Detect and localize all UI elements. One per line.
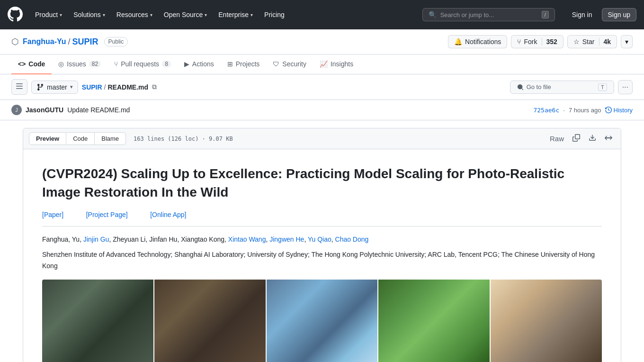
- copy-path-button[interactable]: ⧉: [152, 83, 157, 91]
- expand-button[interactable]: [602, 132, 615, 145]
- tab-projects-label: Projects: [236, 60, 260, 68]
- branch-chevron: ▾: [70, 84, 73, 90]
- repo-name-link[interactable]: SUPIR: [72, 37, 98, 47]
- tab-actions[interactable]: ▶ Actions: [178, 54, 221, 74]
- file-viewer-header: Preview Code Blame 163 lines (126 loc) ·…: [23, 128, 621, 149]
- issues-badge: 82: [89, 61, 101, 67]
- github-logo[interactable]: [8, 7, 23, 23]
- commit-message: Update README.md: [67, 106, 130, 114]
- security-icon: 🛡: [273, 60, 279, 68]
- goto-placeholder: Go to file: [527, 83, 551, 90]
- nav-pricing-label: Pricing: [264, 11, 285, 18]
- header: Product ▾ Solutions ▾ Resources ▾ Open S…: [0, 0, 644, 29]
- repo-header: ⬡ Fanghua-Yu / SUPIR Public 🔔 Notificati…: [0, 29, 644, 54]
- issue-icon: ◎: [58, 60, 64, 68]
- nav-pricing[interactable]: Pricing: [259, 7, 289, 22]
- fork-button[interactable]: ⑂ Fork 352: [511, 35, 563, 48]
- file-path-repo[interactable]: SUPIR: [82, 83, 102, 91]
- signup-button[interactable]: Sign up: [602, 8, 636, 21]
- fork-label: Fork: [524, 38, 537, 45]
- file-nav: master ▾ SUPIR / README.md ⧉ Go to file …: [0, 74, 644, 100]
- nav-enterprise-label: Enterprise: [218, 11, 249, 18]
- author-jinjin-link[interactable]: Jinjin Gu: [83, 235, 109, 243]
- file-viewer: Preview Code Blame 163 lines (126 loc) ·…: [23, 128, 621, 362]
- star-button[interactable]: ☆ Star 4k: [567, 35, 617, 48]
- pr-icon: ⑂: [114, 60, 118, 68]
- nav-product[interactable]: Product ▾: [30, 7, 67, 22]
- raw-button[interactable]: Raw: [547, 133, 567, 145]
- nav-opensource[interactable]: Open Source ▾: [159, 7, 212, 22]
- project-page-link[interactable]: [Project Page]: [86, 211, 128, 218]
- author-xintao-link[interactable]: Xintao Wang: [228, 235, 266, 243]
- commit-hash[interactable]: 725ae6c: [533, 107, 559, 114]
- commit-bar: J JasonGUTU Update README.md 725ae6c · 7…: [0, 100, 644, 120]
- file-nav-actions: Go to file T ···: [510, 80, 633, 94]
- author-yuqiao-link[interactable]: Yu Qiao: [308, 235, 331, 243]
- author-jingwen-link[interactable]: Jingwen He: [269, 235, 304, 243]
- readme-links: [Paper] [Project Page] [Online App]: [42, 211, 602, 218]
- sidebar-toggle-button[interactable]: [11, 79, 27, 95]
- commit-author[interactable]: JasonGUTU: [26, 106, 63, 114]
- tab-insights[interactable]: 📈 Insights: [313, 54, 360, 74]
- readme-images: [42, 280, 602, 362]
- projects-icon: ⊞: [227, 60, 233, 68]
- insights-icon: 📈: [320, 60, 328, 68]
- header-search: 🔍 Search or jump to... /: [422, 8, 555, 21]
- commit-avatar: J: [11, 105, 22, 115]
- tab-code[interactable]: <> Code: [11, 54, 52, 74]
- nav-resources[interactable]: Resources ▾: [112, 7, 157, 22]
- history-link[interactable]: History: [605, 107, 633, 114]
- header-auth: Sign in Sign up: [566, 8, 636, 21]
- download-button[interactable]: [586, 132, 599, 145]
- repo-owner-link[interactable]: Fanghua-Yu: [23, 37, 66, 46]
- nav-product-chevron: ▾: [60, 12, 62, 18]
- star-count: 4k: [599, 38, 611, 45]
- code-button[interactable]: Code: [66, 132, 95, 145]
- blame-button[interactable]: Blame: [95, 132, 126, 145]
- nav-solutions-label: Solutions: [73, 11, 101, 18]
- author-chao-link[interactable]: Chao Dong: [335, 235, 369, 243]
- paper-link[interactable]: [Paper]: [42, 211, 63, 218]
- notifications-label: Notifications: [465, 38, 501, 45]
- history-label: History: [614, 107, 633, 114]
- file-actions: Raw: [547, 132, 615, 145]
- repo-visibility-badge: Public: [104, 37, 128, 46]
- tab-security[interactable]: 🛡 Security: [266, 54, 313, 74]
- tab-pr-label: Pull requests: [121, 60, 159, 68]
- nav-enterprise-chevron: ▾: [250, 12, 253, 18]
- repo-actions: 🔔 Notifications ⑂ Fork 352 ☆ Star 4k ▾: [448, 35, 633, 48]
- image-cell-5: [491, 280, 602, 362]
- goto-file-input[interactable]: Go to file T: [510, 81, 614, 94]
- tab-pull-requests[interactable]: ⑂ Pull requests 8: [107, 54, 178, 74]
- notifications-button[interactable]: 🔔 Notifications: [448, 35, 507, 48]
- nav-solutions-chevron: ▾: [103, 12, 105, 18]
- tab-security-label: Security: [282, 60, 306, 68]
- repo-actions-more-button[interactable]: ▾: [621, 35, 633, 48]
- nav-opensource-label: Open Source: [164, 11, 203, 18]
- search-box[interactable]: 🔍 Search or jump to... /: [422, 8, 555, 21]
- nav-enterprise[interactable]: Enterprise ▾: [214, 7, 258, 22]
- signin-button[interactable]: Sign in: [566, 8, 598, 21]
- search-kbd: /: [542, 11, 549, 18]
- file-info: 163 lines (126 loc) · 9.07 KB: [134, 136, 233, 142]
- nav-product-label: Product: [35, 11, 58, 18]
- nav-resources-label: Resources: [116, 11, 148, 18]
- main-nav: Product ▾ Solutions ▾ Resources ▾ Open S…: [30, 7, 289, 22]
- image-cell-2: [154, 280, 266, 362]
- fork-icon: ⑂: [517, 38, 521, 45]
- repo-icon: ⬡: [11, 36, 19, 47]
- repo-tabs: <> Code ◎ Issues 82 ⑂ Pull requests 8 ▶ …: [0, 54, 644, 74]
- branch-selector[interactable]: master ▾: [31, 81, 78, 94]
- nav-solutions[interactable]: Solutions ▾: [69, 7, 110, 22]
- more-options-button[interactable]: ···: [618, 80, 633, 94]
- file-path-sep: /: [104, 83, 106, 91]
- copy-raw-button[interactable]: [570, 132, 583, 145]
- commit-meta: 725ae6c · 7 hours ago History: [533, 107, 633, 114]
- preview-button[interactable]: Preview: [29, 132, 66, 145]
- tab-issues[interactable]: ◎ Issues 82: [52, 54, 107, 74]
- tab-projects[interactable]: ⊞ Projects: [221, 54, 267, 74]
- search-placeholder: Search or jump to...: [440, 11, 494, 18]
- tab-actions-label: Actions: [192, 60, 214, 68]
- online-app-link[interactable]: [Online App]: [150, 211, 186, 218]
- repo-sep: /: [68, 37, 71, 47]
